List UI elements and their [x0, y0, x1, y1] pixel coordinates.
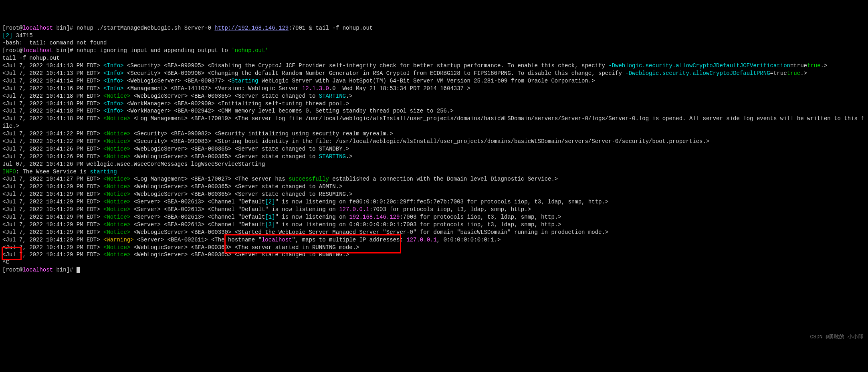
log-line: <Jul 7, 2022 10:41:29 PM EDT> <Notice> <…	[2, 206, 531, 213]
log-line: <Jul 7, 2022 10:41:29 PM EDT> <Warning> …	[2, 237, 501, 243]
log-line: <Jul 7, 2022 10:41:29 PM EDT> <Notice> <…	[2, 183, 343, 190]
log-line: <Jul 7, 2022 10:41:29 PM EDT> <Notice> <…	[2, 191, 353, 197]
log-line: <Jul 7, 2022 10:41:18 PM EDT> <Notice> <…	[2, 115, 864, 129]
terminal-output[interactable]: [root@localhost bin]# nohup ./startManag…	[2, 24, 866, 274]
log-line: <Jul 7, 2022 10:41:29 PM EDT> <Notice> <…	[2, 229, 608, 235]
watermark: CSDN @勇敢的_小小邱	[810, 334, 863, 341]
log-line: <Jul 7, 2022 10:41:26 PM EDT> <Notice> <…	[2, 153, 353, 160]
log-line: <Jul 7, 2022 10:41:13 PM EDT> <Info> <Se…	[2, 70, 807, 76]
log-line: <Jul 7, 2022 10:41:18 PM EDT> <Info> <Wo…	[2, 101, 349, 107]
bash-error: -bash: tail: command not found	[2, 40, 107, 46]
log-line: <Jul 7, 2022 10:41:22 PM EDT> <Notice> <…	[2, 138, 709, 145]
log-line: <Jul 7, 2022 10:41:22 PM EDT> <Notice> <…	[2, 131, 393, 137]
log-line: <Jul 7, 2022 10:41:26 PM EDT> <Notice> <…	[2, 146, 349, 152]
log-line: <Jul 7, 2022 10:41:29 PM EDT> <Notice> <…	[2, 221, 561, 228]
prompt-line: [root@localhost bin]# nohup ./startManag…	[2, 25, 373, 31]
log-line: <Jul 7, 2022 10:41:18 PM EDT> <Info> <Wo…	[2, 108, 454, 114]
prompt-line-3: [root@localhost bin]#	[2, 267, 80, 273]
wsee-line: Jul 07, 2022 10:41:26 PM weblogic.wsee.W…	[2, 161, 265, 167]
ctrl-c: ^C	[2, 259, 9, 265]
log-line: <Jul 7, 2022 10:41:27 PM EDT> <Notice> <…	[2, 176, 558, 182]
log-line: <Jul 7, 2022 10:41:14 PM EDT> <Info> <We…	[2, 78, 595, 84]
wsee-info: INFO: The Wsee Service is starting	[2, 169, 117, 175]
log-line: <Jul 7, 2022 10:41:16 PM EDT> <Info> <Ma…	[2, 85, 470, 92]
tail-cmd: tail -f nohup.out	[2, 55, 60, 61]
job-line: [2] 34715	[2, 32, 33, 39]
log-line: <Jul 7, 2022 10:41:13 PM EDT> <Info> <Se…	[2, 62, 827, 69]
log-line: <Jul 7, 2022 10:41:29 PM EDT> <Notice> <…	[2, 214, 561, 220]
log-line-running: <Jul 7, 2022 10:41:29 PM EDT> <Notice> <…	[2, 244, 359, 251]
prompt-line-2: [root@localhost bin]# nohup: ignoring in…	[2, 47, 268, 54]
log-line-running: <Jul 7, 2022 10:41:29 PM EDT> <Notice> <…	[2, 251, 349, 258]
log-line: <Jul 7, 2022 10:41:18 PM EDT> <Notice> <…	[2, 93, 353, 99]
log-line: <Jul 7, 2022 10:41:29 PM EDT> <Notice> <…	[2, 199, 608, 205]
